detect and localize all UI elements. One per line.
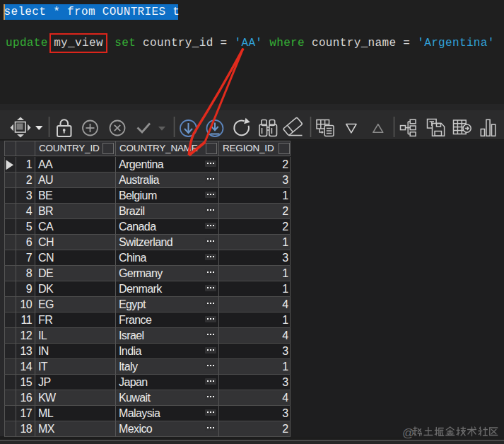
svg-text:@: @ (402, 426, 414, 440)
